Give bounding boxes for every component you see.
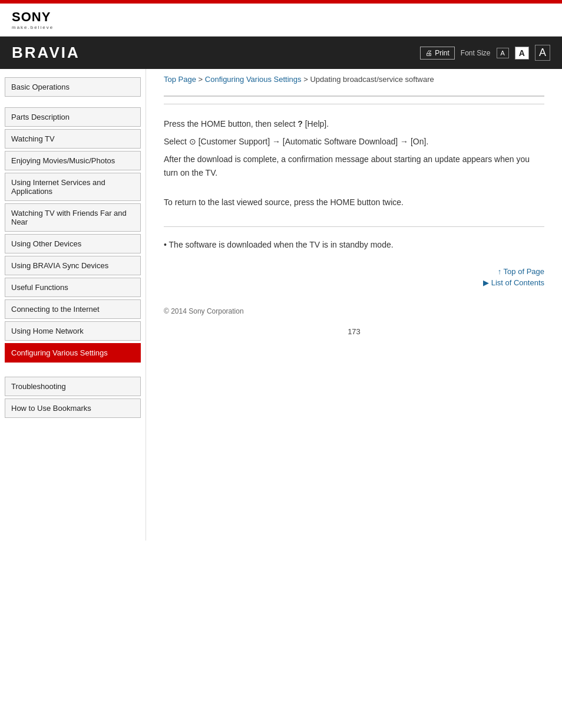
- breadcrumb-configuring[interactable]: Configuring Various Settings: [205, 75, 302, 84]
- sidebar-item-other-devices[interactable]: Using Other Devices: [5, 234, 141, 253]
- breadcrumb: Top Page > Configuring Various Settings …: [164, 69, 544, 88]
- divider-2: [164, 226, 544, 227]
- sidebar-item-watching-friends[interactable]: Watching TV with Friends Far and Near: [5, 203, 141, 232]
- divider-top: [164, 95, 544, 97]
- bravia-controls: 🖨 Print Font Size A A A: [420, 45, 550, 61]
- sidebar-item-internet-services[interactable]: Using Internet Services and Applications: [5, 173, 141, 201]
- print-button[interactable]: 🖨 Print: [420, 47, 455, 60]
- note-block: The software is downloaded when the TV i…: [164, 234, 544, 255]
- sidebar-item-watching-tv[interactable]: Watching TV: [5, 129, 141, 149]
- sidebar: Basic Operations Parts Description Watch…: [0, 69, 146, 541]
- header: SONY make.believe: [0, 4, 562, 37]
- breadcrumb-sep2: >: [303, 75, 310, 84]
- customer-icon: ⊙: [189, 137, 196, 146]
- font-medium-button[interactable]: A: [515, 47, 529, 60]
- divider-1: [164, 104, 544, 104]
- main-content: Top Page > Configuring Various Settings …: [146, 69, 562, 541]
- sony-tagline: make.believe: [12, 25, 54, 30]
- top-of-page-link[interactable]: Top of Page: [164, 267, 544, 276]
- sidebar-item-basic-operations[interactable]: Basic Operations: [5, 77, 141, 97]
- sidebar-item-useful-functions[interactable]: Useful Functions: [5, 278, 141, 297]
- content-return: To return to the last viewed source, pre…: [164, 190, 544, 219]
- page-number: 173: [164, 315, 544, 348]
- step-4: To return to the last viewed source, pre…: [164, 196, 544, 210]
- print-icon: 🖨: [425, 49, 432, 57]
- sidebar-item-parts-description[interactable]: Parts Description: [5, 107, 141, 127]
- font-large-button[interactable]: A: [535, 45, 550, 61]
- sidebar-item-enjoying[interactable]: Enjoying Movies/Music/Photos: [5, 151, 141, 170]
- bravia-bar: BRAVIA 🖨 Print Font Size A A A: [0, 37, 562, 69]
- bravia-title: BRAVIA: [12, 44, 80, 62]
- print-label: Print: [435, 49, 449, 57]
- sidebar-item-troubleshooting[interactable]: Troubleshooting: [5, 377, 141, 396]
- layout: Basic Operations Parts Description Watch…: [0, 69, 562, 541]
- breadcrumb-current: Updating broadcast/service software: [310, 75, 434, 84]
- sidebar-item-bookmarks[interactable]: How to Use Bookmarks: [5, 398, 141, 418]
- sony-name: SONY: [12, 9, 51, 25]
- breadcrumb-top-page[interactable]: Top Page: [164, 75, 196, 84]
- sidebar-item-bravia-sync[interactable]: Using BRAVIA Sync Devices: [5, 256, 141, 275]
- font-size-label: Font Size: [461, 49, 491, 57]
- sidebar-item-connecting-internet[interactable]: Connecting to the Internet: [5, 299, 141, 319]
- font-small-button[interactable]: A: [497, 48, 509, 58]
- step-1: Press the HOME button, then select ? [He…: [164, 117, 544, 131]
- sidebar-item-home-network[interactable]: Using Home Network: [5, 321, 141, 341]
- step-3: After the download is complete, a confir…: [164, 153, 544, 181]
- sony-logo: SONY make.believe: [12, 9, 54, 30]
- copyright: © 2014 Sony Corporation: [164, 295, 544, 315]
- breadcrumb-sep1: >: [199, 75, 205, 84]
- note-item: The software is downloaded when the TV i…: [164, 240, 544, 249]
- content-steps: Press the HOME button, then select ? [He…: [164, 111, 544, 190]
- footer-links: Top of Page List of Contents: [164, 255, 544, 295]
- step-2: Select ⊙ [Customer Support] → [Automatic…: [164, 135, 544, 149]
- help-icon: ?: [297, 119, 303, 129]
- sidebar-item-configuring[interactable]: Configuring Various Settings: [5, 343, 141, 363]
- list-of-contents-link[interactable]: List of Contents: [164, 278, 544, 287]
